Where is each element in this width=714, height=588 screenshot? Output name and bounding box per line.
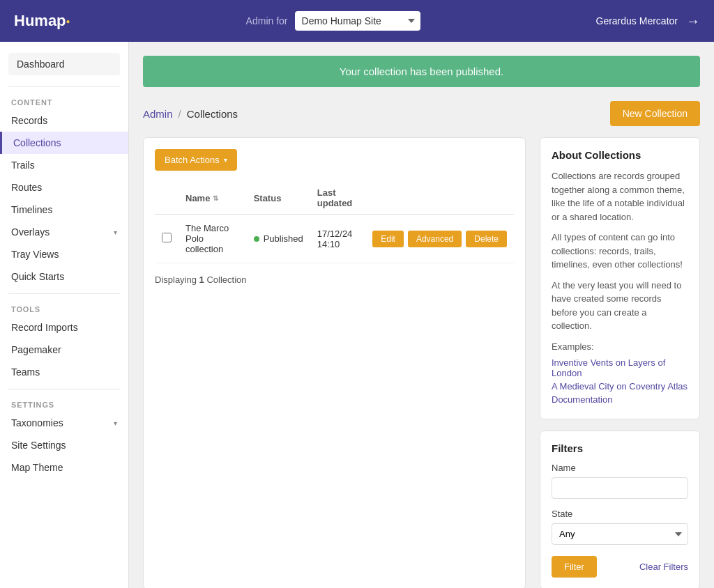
clear-filters-button[interactable]: Clear Filters xyxy=(639,562,688,572)
row-last-updated: 17/12/24 14:10 xyxy=(310,215,365,263)
example-link-3[interactable]: Documentation xyxy=(552,394,688,405)
sidebar-item-trails[interactable]: Trails xyxy=(0,154,128,176)
filters-title: Filters xyxy=(552,442,688,454)
collections-table: Name ⇅ Status Last updated xyxy=(155,182,514,263)
row-name: The Marco Polo collection xyxy=(178,215,247,263)
sidebar-item-record-imports[interactable]: Record Imports xyxy=(0,316,128,339)
table-row: The Marco Polo collection Published 17/1… xyxy=(155,215,514,263)
example-link-2[interactable]: A Medieval City on Coventry Atlas xyxy=(552,381,688,392)
taxonomies-arrow: ▾ xyxy=(114,419,117,427)
tools-section-label: TOOLS xyxy=(0,300,128,316)
filter-button[interactable]: Filter xyxy=(552,556,597,578)
sidebar: Dashboard CONTENT Records Collections Tr… xyxy=(0,42,129,588)
filter-name-input[interactable] xyxy=(552,477,688,499)
sidebar-item-map-theme[interactable]: Map Theme xyxy=(0,456,128,479)
delete-button[interactable]: Delete xyxy=(466,231,507,247)
right-sidebar: About Collections Collections are record… xyxy=(540,137,700,588)
row-checkbox-cell xyxy=(155,215,178,263)
status-dot xyxy=(254,236,259,242)
row-action-buttons: Edit Advanced Delete xyxy=(365,215,514,263)
logo-text: Humap xyxy=(14,12,66,30)
sidebar-item-quick-starts[interactable]: Quick Starts xyxy=(0,265,128,288)
collections-panel: Batch Actions ▾ Name ⇅ xyxy=(143,137,526,588)
filters-card: Filters Name State Any Published Draft A… xyxy=(540,431,700,588)
content-section-label: CONTENT xyxy=(0,93,128,109)
app-header: Humap● Admin for Demo Humap Site Gerardu… xyxy=(0,0,714,42)
sidebar-item-tray-views[interactable]: Tray Views xyxy=(0,243,128,265)
about-para-2: All types of content can go into collect… xyxy=(552,231,688,272)
about-collections-title: About Collections xyxy=(552,149,688,161)
filter-name-label: Name xyxy=(552,463,688,473)
admin-for-label: Admin for xyxy=(246,15,288,26)
col-name: Name ⇅ xyxy=(178,182,247,215)
displaying-count-text: Displaying 1 Collection xyxy=(155,274,514,285)
new-collection-button[interactable]: New Collection xyxy=(610,101,700,126)
sidebar-item-taxonomies[interactable]: Taxonomies ▾ xyxy=(0,412,128,434)
filter-actions: Filter Clear Filters xyxy=(552,556,688,578)
breadcrumb-current: Collections xyxy=(187,108,238,120)
sidebar-item-collections[interactable]: Collections xyxy=(0,132,128,154)
overlays-arrow: ▾ xyxy=(114,229,117,236)
about-para-1: Collections are records grouped together… xyxy=(552,169,688,224)
header-center: Admin for Demo Humap Site xyxy=(246,11,420,31)
logo: Humap● xyxy=(14,12,70,30)
about-collections-card: About Collections Collections are record… xyxy=(540,137,700,419)
breadcrumb-separator: / xyxy=(178,108,181,120)
logo-dot: ● xyxy=(66,17,70,25)
header-right: Gerardus Mercator → xyxy=(596,13,700,29)
batch-actions-chevron: ▾ xyxy=(224,156,227,164)
col-checkbox xyxy=(155,182,178,215)
breadcrumb-row: Admin / Collections New Collection xyxy=(143,101,700,126)
site-select[interactable]: Demo Humap Site xyxy=(295,11,420,31)
filter-state-select[interactable]: Any Published Draft Archived xyxy=(552,523,688,545)
edit-button[interactable]: Edit xyxy=(372,231,404,247)
advanced-button[interactable]: Advanced xyxy=(408,231,462,247)
col-actions xyxy=(365,182,514,215)
sidebar-item-teams[interactable]: Teams xyxy=(0,361,128,383)
sidebar-item-records[interactable]: Records xyxy=(0,109,128,132)
batch-actions-button[interactable]: Batch Actions ▾ xyxy=(155,149,237,171)
breadcrumb: Admin / Collections xyxy=(143,108,238,120)
col-status: Status xyxy=(247,182,310,215)
breadcrumb-admin[interactable]: Admin xyxy=(143,108,173,120)
sidebar-item-routes[interactable]: Routes xyxy=(0,176,128,199)
sidebar-dashboard[interactable]: Dashboard xyxy=(8,53,120,75)
filter-state-label: State xyxy=(552,509,688,519)
col-last-updated: Last updated xyxy=(310,182,365,215)
about-para-3: At the very least you will need to have … xyxy=(552,279,688,333)
example-link-1[interactable]: Inventive Vents on Layers of London xyxy=(552,357,688,378)
content-row: Batch Actions ▾ Name ⇅ xyxy=(143,137,700,588)
sidebar-item-timelines[interactable]: Timelines xyxy=(0,199,128,221)
row-checkbox[interactable] xyxy=(162,233,172,242)
user-name: Gerardus Mercator xyxy=(596,15,678,26)
examples-label: Examples: xyxy=(552,340,688,354)
row-status: Published xyxy=(247,215,310,263)
sidebar-item-site-settings[interactable]: Site Settings xyxy=(0,434,128,456)
main-content: Your collection has been published. Admi… xyxy=(129,42,714,588)
sidebar-item-pagemaker[interactable]: Pagemaker xyxy=(0,339,128,361)
name-sort-icon: ⇅ xyxy=(213,194,218,202)
success-banner: Your collection has been published. xyxy=(143,56,700,87)
settings-section-label: SETTINGS xyxy=(0,395,128,412)
status-label: Published xyxy=(264,233,303,244)
logout-icon[interactable]: → xyxy=(686,13,700,29)
sidebar-item-overlays[interactable]: Overlays ▾ xyxy=(0,221,128,243)
